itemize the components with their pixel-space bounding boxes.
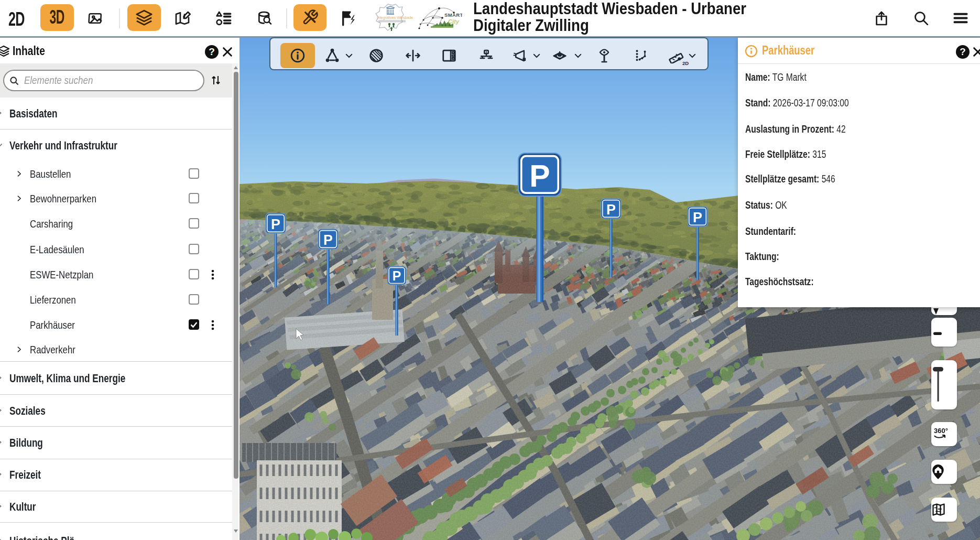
svg-text:Integratives Wiesbaden: Integratives Wiesbaden <box>377 16 413 20</box>
svg-text:360°: 360° <box>934 427 948 435</box>
svg-text:P: P <box>606 202 616 218</box>
svg-text:P: P <box>271 217 280 232</box>
svg-text:P: P <box>693 210 702 225</box>
svg-text:City: City <box>448 18 460 25</box>
svg-text:P: P <box>323 232 333 248</box>
svg-text:P: P <box>393 268 401 283</box>
svg-text:P: P <box>529 159 550 193</box>
svg-text:SMART: SMART <box>444 12 462 18</box>
